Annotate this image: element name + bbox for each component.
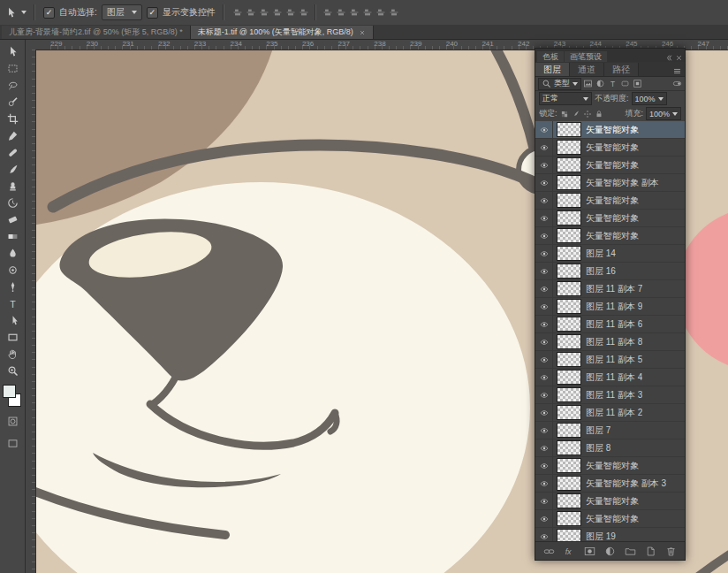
eraser-tool[interactable] <box>2 211 23 228</box>
zoom-tool[interactable] <box>2 363 23 379</box>
layer-thumbnail[interactable] <box>557 193 581 208</box>
add-layer-mask-icon[interactable] <box>584 546 595 557</box>
layer-row[interactable]: 矢量智能对象 <box>535 192 685 210</box>
blend-mode-dropdown[interactable]: 正常 <box>539 92 592 105</box>
brush-tool[interactable] <box>2 161 23 178</box>
clone-stamp-tool[interactable] <box>2 178 23 195</box>
layer-visibility-eye-icon[interactable] <box>535 298 553 315</box>
path-select-tool[interactable] <box>2 312 23 329</box>
layer-thumbnail[interactable] <box>557 511 581 526</box>
quick-select-tool[interactable] <box>2 94 23 111</box>
align-v-center-icon[interactable] <box>285 7 296 18</box>
layer-row[interactable]: 矢量智能对象 <box>535 157 685 174</box>
layer-row[interactable]: 矢量智能对象 副本 <box>535 174 685 192</box>
panel-tab-通道[interactable]: 通道 <box>570 63 604 76</box>
panel-menu-icon[interactable] <box>672 66 682 76</box>
distribute-left-icon[interactable] <box>362 7 373 18</box>
distribute-right-icon[interactable] <box>389 7 399 18</box>
layer-row[interactable]: 图层 11 副本 9 <box>535 298 685 316</box>
pixel-filter-icon[interactable] <box>583 79 593 88</box>
layer-visibility-eye-icon[interactable] <box>535 422 553 439</box>
layer-row[interactable]: 矢量智能对象 <box>535 493 685 510</box>
type-tool[interactable]: T <box>2 295 23 312</box>
layer-visibility-eye-icon[interactable] <box>535 210 553 226</box>
layer-visibility-eye-icon[interactable] <box>535 457 553 474</box>
layer-visibility-eye-icon[interactable] <box>535 157 553 173</box>
gradient-tool[interactable] <box>2 228 23 245</box>
layer-thumbnail[interactable] <box>557 210 581 225</box>
lock-position-icon[interactable] <box>583 110 592 118</box>
align-left-icon[interactable] <box>232 7 243 18</box>
layer-visibility-eye-icon[interactable] <box>535 333 553 350</box>
layer-thumbnail[interactable] <box>557 370 581 385</box>
layer-row[interactable]: 矢量智能对象 <box>535 210 685 227</box>
layer-thumbnail[interactable] <box>557 423 581 438</box>
layer-visibility-eye-icon[interactable] <box>535 439 553 456</box>
dock-tab[interactable]: 色板 <box>537 51 564 62</box>
layer-row[interactable]: 矢量智能对象 副本 3 <box>535 475 685 493</box>
delete-layer-icon[interactable] <box>665 546 677 557</box>
layer-row[interactable]: 矢量智能对象 <box>535 227 685 245</box>
move-tool[interactable] <box>2 43 23 60</box>
adjustment-filter-icon[interactable] <box>595 79 605 88</box>
close-panel-icon[interactable] <box>675 54 683 62</box>
layer-row[interactable]: 图层 19 <box>535 528 685 541</box>
align-bottom-icon[interactable] <box>299 7 309 18</box>
layer-style-icon[interactable]: fx <box>564 546 575 557</box>
layer-row[interactable]: 图层 11 副本 8 <box>535 333 685 351</box>
history-brush-tool[interactable] <box>2 195 23 211</box>
layer-thumbnail[interactable] <box>557 493 581 508</box>
layer-visibility-eye-icon[interactable] <box>535 121 553 138</box>
layer-thumbnail[interactable] <box>557 529 581 541</box>
layer-visibility-eye-icon[interactable] <box>535 369 553 386</box>
layer-row[interactable]: 图层 14 <box>535 245 685 263</box>
document-tab[interactable]: 未标题-1.tif @ 100% (矢量智能对象, RGB/8) <box>191 26 374 39</box>
layer-row[interactable]: 矢量智能对象 <box>535 457 685 475</box>
layer-thumbnail[interactable] <box>557 157 581 172</box>
panel-tab-图层[interactable]: 图层 <box>535 63 570 76</box>
distribute-v-center-icon[interactable] <box>336 7 346 18</box>
layer-row[interactable]: 图层 11 副本 5 <box>535 351 685 369</box>
layer-row[interactable]: 矢量智能对象 <box>535 510 685 528</box>
collapse-panel-icon[interactable] <box>665 54 673 62</box>
align-top-icon[interactable] <box>272 7 283 18</box>
layer-visibility-eye-icon[interactable] <box>535 263 553 279</box>
lock-transparent-icon[interactable] <box>560 110 569 118</box>
current-tool-icon[interactable] <box>5 7 17 19</box>
layer-thumbnail[interactable] <box>557 352 581 367</box>
layer-row[interactable]: 矢量智能对象 <box>535 121 685 139</box>
layer-visibility-eye-icon[interactable] <box>535 528 553 541</box>
pen-tool[interactable] <box>2 279 23 295</box>
layer-row[interactable]: 图层 11 副本 3 <box>535 386 685 404</box>
layer-thumbnail[interactable] <box>557 458 581 473</box>
screen-mode-button[interactable] <box>2 435 23 452</box>
new-group-icon[interactable] <box>625 546 636 557</box>
rect-marquee-tool[interactable] <box>2 60 23 77</box>
close-icon[interactable] <box>359 29 366 36</box>
lock-pixels-icon[interactable] <box>572 110 580 118</box>
layer-visibility-eye-icon[interactable] <box>535 475 553 492</box>
layer-row[interactable]: 图层 7 <box>535 422 685 439</box>
smart-object-filter-icon[interactable] <box>633 79 642 88</box>
fill-dropdown[interactable]: 100% <box>646 107 681 120</box>
layer-thumbnail[interactable] <box>557 476 581 491</box>
layer-visibility-eye-icon[interactable] <box>535 280 553 297</box>
layer-thumbnail[interactable] <box>557 281 581 296</box>
layer-thumbnail[interactable] <box>557 317 581 332</box>
layer-visibility-eye-icon[interactable] <box>535 404 553 421</box>
layer-row[interactable]: 图层 16 <box>535 263 685 280</box>
layer-thumbnail[interactable] <box>557 140 581 155</box>
show-transform-checkbox[interactable] <box>147 7 158 19</box>
spot-heal-tool[interactable] <box>2 144 23 161</box>
auto-select-checkbox[interactable] <box>43 7 55 19</box>
layer-thumbnail[interactable] <box>557 334 581 349</box>
lock-all-icon[interactable] <box>595 110 603 118</box>
vertical-ruler[interactable] <box>25 50 36 573</box>
auto-select-target-dropdown[interactable]: 图层 <box>102 4 142 20</box>
layer-row[interactable]: 图层 11 副本 6 <box>535 316 685 333</box>
tool-preset-caret-icon[interactable] <box>21 11 27 14</box>
layer-thumbnail[interactable] <box>557 122 581 137</box>
align-h-center-icon[interactable] <box>246 7 256 18</box>
new-layer-icon[interactable] <box>645 546 656 557</box>
filter-kind-dropdown[interactable]: 类型 <box>538 78 581 90</box>
